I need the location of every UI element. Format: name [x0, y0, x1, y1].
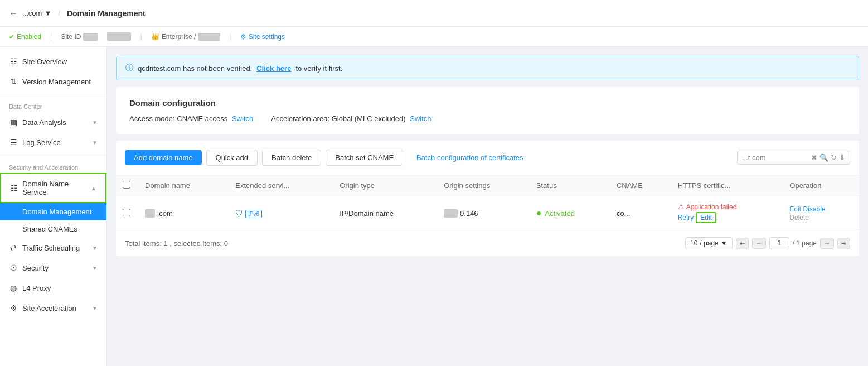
- batch-cert-button[interactable]: Batch configuration of certificates: [408, 150, 532, 165]
- domain-name-value: .com: [157, 209, 173, 218]
- site-settings-link[interactable]: ⚙ Site settings: [240, 33, 285, 41]
- domain-prefix-blur: [145, 209, 155, 218]
- selected-items: selected items: 0: [173, 239, 228, 248]
- sidebar-label-security: Security: [22, 264, 49, 272]
- th-operation: Operation: [783, 175, 859, 196]
- page-title: Domain Management: [67, 9, 146, 18]
- check-icon: ✔: [9, 33, 14, 41]
- main-content: ⓘ qcdntest.com has not been verified. Cl…: [107, 47, 868, 366]
- chevron-down-page: ▼: [721, 239, 728, 247]
- batch-delete-button[interactable]: Batch delete: [262, 150, 321, 166]
- status-check-icon: ●: [536, 208, 542, 218]
- site-id: Site ID: [61, 33, 98, 41]
- clear-icon[interactable]: ✖: [811, 153, 817, 162]
- config-row: Access mode: CNAME access Switch Acceler…: [129, 114, 846, 123]
- retry-button[interactable]: Retry: [678, 214, 694, 221]
- td-cname: co...: [610, 196, 671, 230]
- next-page-button[interactable]: →: [820, 238, 834, 249]
- chevron-icon-site-accel: ▼: [92, 305, 98, 311]
- last-page-button[interactable]: ⇥: [837, 238, 850, 249]
- search-box[interactable]: ✖ 🔍 ↻ ⇓: [737, 151, 850, 165]
- refresh-icon[interactable]: ↻: [831, 153, 837, 162]
- add-domain-name-button[interactable]: Add domain name: [125, 150, 202, 165]
- sidebar-item-dns[interactable]: ☷ Domain Name Service ▲: [0, 173, 106, 203]
- sidebar-item-site-acceleration[interactable]: ⚙ Site Acceleration ▼: [0, 298, 106, 318]
- sidebar-subitem-shared-cnames[interactable]: Shared CNAMEs: [0, 220, 106, 238]
- batch-set-cname-button[interactable]: Batch set CNAME: [326, 150, 403, 166]
- sidebar-label-dns: Domain Name Service: [22, 180, 86, 196]
- status-text: Activated: [545, 209, 574, 218]
- plan-value: [198, 33, 220, 41]
- acceleration-icon: ⚙: [9, 304, 18, 312]
- sidebar-item-l4-proxy[interactable]: ◍ L4 Proxy: [0, 278, 106, 298]
- enabled-label: Enabled: [17, 33, 41, 41]
- site-id-value: [83, 33, 98, 41]
- search-icon[interactable]: 🔍: [819, 153, 828, 162]
- table-row: .com 🛡 IPv6 IP/Domain name 0.146: [116, 196, 859, 230]
- download-icon[interactable]: ⇓: [839, 153, 845, 162]
- layout: ☷ Site Overview ⇅ Version Management Dat…: [0, 47, 868, 366]
- prev-page-button[interactable]: ←: [752, 238, 766, 249]
- sidebar-label-site-acceleration: Site Acceleration: [22, 304, 76, 312]
- shield-extended-icon: 🛡: [235, 209, 243, 218]
- domain-name: ...com: [22, 9, 42, 17]
- acceleration-area-label: Acceleration area: Global (MLC excluded)…: [271, 114, 431, 123]
- disable-button[interactable]: Disable: [803, 205, 826, 213]
- access-mode-switch[interactable]: Switch: [232, 114, 253, 123]
- chevron-icon-dns: ▲: [91, 185, 96, 191]
- sidebar-label-l4-proxy: L4 Proxy: [22, 284, 51, 292]
- cert-failed-container: ⚠ Application failed Retry Edit: [678, 203, 777, 223]
- td-origin-settings: 0.146: [437, 196, 530, 230]
- td-cert-status: ⚠ Application failed Retry Edit: [671, 196, 783, 230]
- alert-link[interactable]: Click here: [256, 64, 291, 73]
- table-card: Add domain name Quick add Batch delete B…: [116, 141, 859, 256]
- cert-fail-row: ⚠ Application failed: [678, 203, 777, 211]
- page-size-selector[interactable]: 10 / page ▼: [685, 237, 733, 249]
- first-page-button[interactable]: ⇤: [736, 238, 749, 249]
- th-origin-type: Origin type: [333, 175, 437, 196]
- select-all-checkbox[interactable]: [123, 181, 130, 189]
- sidebar-subitem-label-shared-cnames: Shared CNAMEs: [22, 225, 77, 233]
- log-icon: ☰: [9, 138, 18, 147]
- pagination: 10 / page ▼ ⇤ ← / 1 page → ⇥: [685, 237, 850, 249]
- edit-button-highlighted[interactable]: Edit: [696, 212, 716, 223]
- th-checkbox: [116, 175, 138, 196]
- sidebar-item-traffic-scheduling[interactable]: ⇄ Traffic Scheduling ▼: [0, 238, 106, 258]
- sidebar-subitem-domain-management[interactable]: Domain Management: [0, 203, 106, 220]
- back-button[interactable]: ←: [9, 8, 18, 18]
- crown-icon: 👑: [151, 33, 159, 41]
- chevron-icon-data-analysis: ▼: [92, 119, 98, 126]
- settings-icon: ⚙: [240, 33, 246, 41]
- th-cname: CNAME: [610, 175, 671, 196]
- delete-button[interactable]: Delete: [789, 214, 809, 221]
- cert-action-row: Retry Edit: [678, 212, 777, 223]
- sidebar-item-security[interactable]: ☉ Security ▼: [0, 258, 106, 278]
- alert-banner: ⓘ qcdntest.com has not been verified. Cl…: [116, 56, 859, 80]
- sidebar-label-data-analysis: Data Analysis: [22, 118, 66, 127]
- total-pages: / 1 page: [793, 239, 817, 247]
- sidebar-item-site-overview[interactable]: ☷ Site Overview: [0, 51, 106, 71]
- td-extended-service: 🛡 IPv6: [229, 196, 333, 230]
- sidebar-item-version-management[interactable]: ⇅ Version Management: [0, 71, 106, 92]
- dns-icon: ☷: [10, 184, 18, 192]
- divider-3: |: [229, 32, 231, 41]
- domain-selector[interactable]: ...com ▼: [22, 9, 51, 17]
- row-checkbox[interactable]: [123, 209, 130, 216]
- sub-bar: ✔ Enabled | Site ID | 👑 Enterprise / | ⚙…: [0, 27, 868, 47]
- sidebar-divider-1: [0, 94, 106, 94]
- sidebar: ☷ Site Overview ⇅ Version Management Dat…: [0, 47, 107, 366]
- domain-config-card: Domain configuration Access mode: CNAME …: [116, 87, 859, 134]
- quick-add-button[interactable]: Quick add: [206, 150, 258, 166]
- divider-1: |: [50, 32, 52, 41]
- top-bar: ← ...com ▼ / Domain Management: [0, 0, 868, 27]
- sidebar-item-data-analysis[interactable]: ▤ Data Analysis ▼: [0, 112, 106, 132]
- sidebar-item-log-service[interactable]: ☰ Log Service ▼: [0, 132, 106, 152]
- chevron-icon-log-service: ▼: [92, 139, 98, 146]
- error-icon: ⚠: [678, 203, 684, 211]
- search-input[interactable]: [742, 153, 809, 162]
- page-number-input[interactable]: [769, 237, 789, 249]
- acceleration-switch[interactable]: Switch: [410, 114, 431, 123]
- cert-status-text: Application failed: [686, 203, 737, 211]
- edit-link-button[interactable]: Edit: [789, 205, 801, 213]
- th-https-cert: HTTPS certific...: [671, 175, 783, 196]
